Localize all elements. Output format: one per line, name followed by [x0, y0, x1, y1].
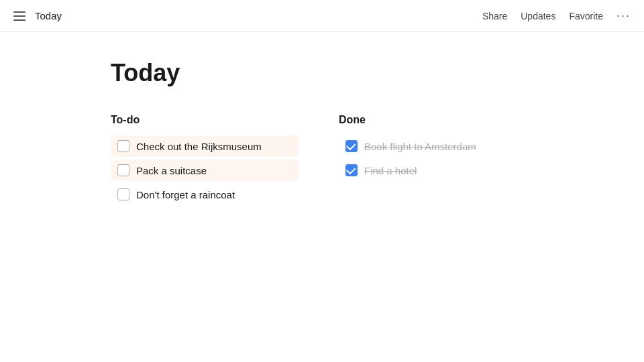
todo-label-2: Pack a suitcase	[136, 165, 207, 176]
todo-checkbox-1[interactable]	[117, 140, 129, 152]
done-checkbox-1[interactable]	[345, 140, 358, 152]
header: Today Share Updates Favorite ···	[0, 0, 644, 32]
todo-label-1: Check out the Rijksmuseum	[136, 141, 262, 152]
main-content: Today To-do Check out the Rijksmuseum Pa…	[0, 32, 644, 235]
favorite-button[interactable]: Favorite	[569, 11, 603, 21]
done-item[interactable]: Find a hotel	[339, 160, 527, 181]
todo-checkbox-2[interactable]	[117, 164, 129, 176]
todo-column: To-do Check out the Rijksmuseum Pack a s…	[111, 114, 299, 208]
todo-item[interactable]: Check out the Rijksmuseum	[111, 135, 299, 157]
header-title: Today	[35, 10, 62, 21]
done-checkbox-2[interactable]	[345, 164, 358, 176]
todo-column-title: To-do	[111, 114, 299, 126]
menu-icon[interactable]	[13, 11, 25, 21]
page-title: Today	[111, 59, 533, 87]
updates-button[interactable]: Updates	[521, 11, 555, 21]
share-button[interactable]: Share	[482, 11, 507, 21]
done-column-title: Done	[339, 114, 527, 126]
header-left: Today	[13, 10, 62, 21]
done-item[interactable]: Book flight to Amsterdam	[339, 135, 527, 157]
done-label-1: Book flight to Amsterdam	[364, 141, 476, 152]
done-column: Done Book flight to Amsterdam Find a hot…	[339, 114, 527, 208]
todo-item[interactable]: Pack a suitcase	[111, 160, 299, 181]
todo-label-3: Don't forget a raincoat	[136, 189, 235, 200]
todo-checkbox-3[interactable]	[117, 188, 129, 200]
columns: To-do Check out the Rijksmuseum Pack a s…	[111, 114, 533, 208]
done-label-2: Find a hotel	[364, 165, 417, 176]
more-icon[interactable]: ···	[616, 9, 631, 23]
todo-item[interactable]: Don't forget a raincoat	[111, 184, 299, 205]
header-right: Share Updates Favorite ···	[482, 9, 631, 23]
